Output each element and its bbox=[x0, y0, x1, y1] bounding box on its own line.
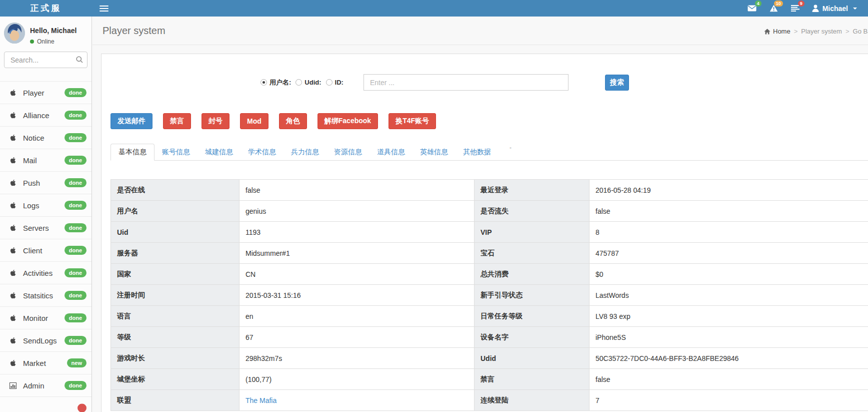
player-search-form: 用户名: Udid: ID: 搜索 bbox=[110, 74, 868, 91]
sidebar-item-admin[interactable]: Admin done bbox=[0, 374, 92, 396]
breadcrumb-current-link[interactable]: Go Back bbox=[853, 28, 868, 35]
table-row: 是否在线 false 最近登录 2016-05-28 04:19 bbox=[111, 180, 868, 201]
field-label: 注册时间 bbox=[111, 285, 240, 306]
radio-id[interactable] bbox=[326, 79, 332, 86]
sidebar-item-logs[interactable]: Logs done bbox=[0, 194, 92, 216]
warnings-button[interactable]: 10 bbox=[763, 0, 784, 17]
sidebar-item-mail[interactable]: Mail done bbox=[0, 149, 92, 171]
breadcrumb: Home > Player system > Go Back bbox=[764, 28, 868, 35]
home-icon bbox=[764, 29, 770, 35]
mute-button[interactable]: 禁言 bbox=[163, 113, 191, 129]
warnings-count-badge: 10 bbox=[774, 1, 783, 7]
player-search-input[interactable] bbox=[364, 74, 568, 91]
sidebar-item-label: Mail bbox=[23, 156, 37, 165]
tab-research-info[interactable]: 学术信息 bbox=[240, 144, 284, 160]
greeting-text: Hello, Michael bbox=[30, 27, 76, 35]
info-tabs: 基本信息 账号信息 城建信息 学术信息 兵力信息 资源信息 道具信息 英雄信息 … bbox=[110, 144, 868, 161]
radio-udid-label[interactable]: Udid: bbox=[304, 79, 321, 86]
ban-button[interactable]: 封号 bbox=[202, 113, 230, 129]
alliance-link[interactable]: The Mafia bbox=[246, 396, 276, 404]
sidebar-item-notice[interactable]: Notice done bbox=[0, 126, 92, 149]
field-value: 298h32m7s bbox=[240, 348, 474, 369]
field-value: LV8 93 exp bbox=[590, 306, 868, 327]
sidebar-item-client[interactable]: Client done bbox=[0, 239, 92, 261]
tasks-icon bbox=[791, 5, 800, 12]
field-label: 城堡坐标 bbox=[111, 369, 240, 390]
status-badge: done bbox=[64, 268, 86, 277]
player-panel: 用户名: Udid: ID: 搜索 发送邮件 禁言 封号 Mod 角色 解绑Fa… bbox=[101, 54, 868, 412]
tasks-button[interactable]: 9 bbox=[784, 0, 806, 17]
brand-logo[interactable]: 正式服 bbox=[0, 0, 92, 17]
apple-icon bbox=[9, 359, 16, 366]
user-panel: Hello, Michael Online bbox=[0, 17, 92, 46]
tab-city-info[interactable]: 城建信息 bbox=[198, 144, 240, 160]
sidebar-item-label: Servers bbox=[23, 224, 49, 232]
breadcrumb-section-link[interactable]: Player system bbox=[801, 28, 842, 35]
search-icon[interactable] bbox=[76, 56, 83, 65]
field-value: 2016-05-28 04:19 bbox=[590, 180, 868, 201]
field-label: 游戏时长 bbox=[111, 348, 240, 369]
role-button[interactable]: 角色 bbox=[279, 113, 307, 129]
sidebar-toggle-button[interactable] bbox=[92, 0, 116, 17]
field-value: en bbox=[240, 306, 474, 327]
hamburger-icon bbox=[100, 6, 108, 12]
sidebar-search bbox=[4, 52, 88, 68]
apple-icon bbox=[9, 134, 16, 141]
tab-troops-info[interactable]: 兵力信息 bbox=[284, 144, 326, 160]
field-value: $0 bbox=[590, 264, 868, 285]
sidebar-item-player[interactable]: Player done bbox=[0, 81, 92, 104]
tab-basic-info[interactable]: 基本信息 bbox=[110, 144, 154, 161]
messages-button[interactable]: 4 bbox=[741, 0, 763, 17]
field-value: iPhone5S bbox=[590, 327, 868, 348]
radio-username-label[interactable]: 用户名: bbox=[270, 78, 291, 87]
sidebar-item-partial[interactable] bbox=[0, 396, 92, 412]
field-value: Midsummer#1 bbox=[240, 243, 474, 264]
sidebar-item-label: Notice bbox=[23, 134, 44, 142]
sidebar-item-push[interactable]: Push done bbox=[0, 171, 92, 194]
field-label: 国家 bbox=[111, 264, 240, 285]
table-row: 服务器 Midsummer#1 宝石 475787 bbox=[111, 243, 868, 264]
sidebar-item-alliance[interactable]: Alliance done bbox=[0, 104, 92, 126]
sidebar-item-sendlogs[interactable]: SendLogs done bbox=[0, 329, 92, 351]
field-value: LastWords bbox=[590, 285, 868, 306]
apple-icon bbox=[9, 337, 16, 344]
player-info-table: 是否在线 false 最近登录 2016-05-28 04:19 用户名 gen… bbox=[110, 179, 868, 411]
sidebar-item-activities[interactable]: Activities done bbox=[0, 261, 92, 284]
unbind-facebook-button[interactable]: 解绑Facebook bbox=[318, 113, 378, 129]
tab-resources-info[interactable]: 资源信息 bbox=[326, 144, 370, 160]
status-badge: done bbox=[64, 381, 86, 390]
breadcrumb-home-link[interactable]: Home bbox=[764, 28, 790, 35]
sidebar-search-input[interactable] bbox=[4, 52, 88, 68]
content-header: Player system Home > Player system > Go … bbox=[92, 17, 868, 45]
switch-t4f-account-button[interactable]: 换T4F账号 bbox=[388, 113, 436, 129]
status-badge: new bbox=[67, 358, 86, 367]
tab-heroes-info[interactable]: 英雄信息 bbox=[412, 144, 456, 160]
search-button[interactable]: 搜索 bbox=[605, 75, 629, 91]
tab-account-info[interactable]: 账号信息 bbox=[154, 144, 198, 160]
field-label: 等级 bbox=[111, 327, 240, 348]
send-mail-button[interactable]: 发送邮件 bbox=[110, 113, 152, 129]
sidebar-item-servers[interactable]: Servers done bbox=[0, 216, 92, 239]
user-icon bbox=[812, 5, 819, 12]
online-status: Online bbox=[30, 38, 76, 45]
radio-udid[interactable] bbox=[296, 79, 302, 86]
mod-button[interactable]: Mod bbox=[240, 113, 268, 129]
breadcrumb-separator: > bbox=[794, 28, 798, 35]
sidebar-item-market[interactable]: Market new bbox=[0, 351, 92, 374]
tab-other-data[interactable]: 其他数据 bbox=[456, 144, 498, 160]
sidebar-item-label: Client bbox=[23, 246, 42, 255]
field-label: 是否在线 bbox=[111, 180, 240, 201]
status-badge: done bbox=[64, 111, 86, 120]
tab-overflow-marker: - bbox=[510, 144, 512, 151]
radio-id-label[interactable]: ID: bbox=[335, 79, 344, 86]
sidebar-item-statsitics[interactable]: Statsitics done bbox=[0, 284, 92, 306]
status-badge: done bbox=[64, 336, 86, 345]
radio-username[interactable] bbox=[260, 79, 267, 86]
tab-items-info[interactable]: 道具信息 bbox=[370, 144, 412, 160]
field-label: 日常任务等级 bbox=[474, 306, 590, 327]
sidebar-item-monitor[interactable]: Monitor done bbox=[0, 306, 92, 329]
field-label: 禁言 bbox=[474, 369, 590, 390]
sidebar-item-label: Logs bbox=[23, 201, 40, 210]
user-menu[interactable]: Michael bbox=[806, 0, 860, 17]
apple-icon bbox=[9, 292, 16, 299]
